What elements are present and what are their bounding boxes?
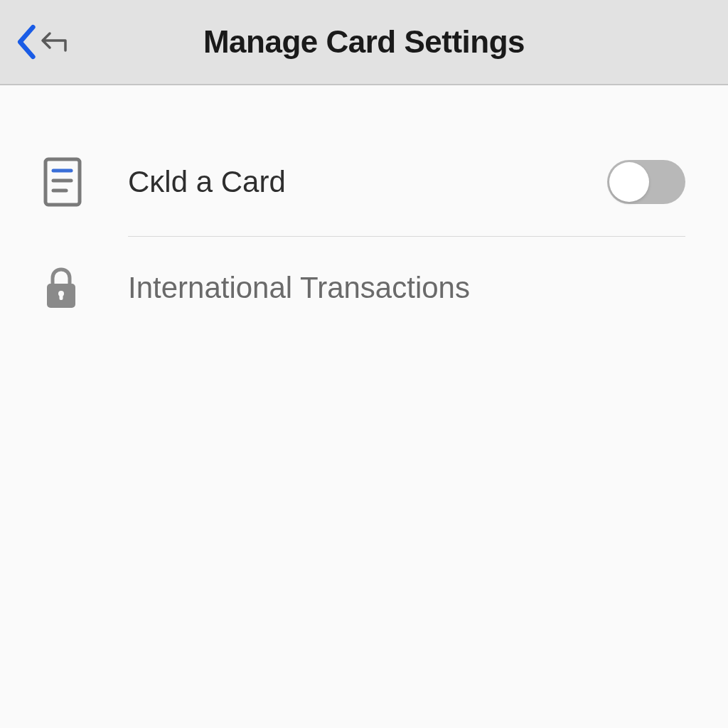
document-icon — [43, 156, 100, 208]
settings-content: Cĸld a Card International Transactions — [0, 85, 728, 332]
setting-row-international[interactable]: International Transactions — [43, 244, 685, 332]
row-divider — [128, 236, 685, 237]
setting-row-card[interactable]: Cĸld a Card — [43, 135, 685, 229]
back-arrow-icon — [40, 28, 68, 56]
back-button[interactable] — [14, 23, 68, 60]
svg-rect-6 — [60, 294, 63, 300]
header-bar: Manage Card Settings — [0, 0, 728, 85]
setting-label-card: Cĸld a Card — [128, 165, 607, 199]
page-title: Manage Card Settings — [203, 24, 525, 60]
toggle-knob — [609, 162, 649, 202]
setting-label-international: International Transactions — [128, 271, 685, 305]
chevron-left-icon — [14, 23, 37, 60]
card-toggle[interactable] — [607, 160, 685, 204]
lock-icon — [43, 265, 100, 311]
